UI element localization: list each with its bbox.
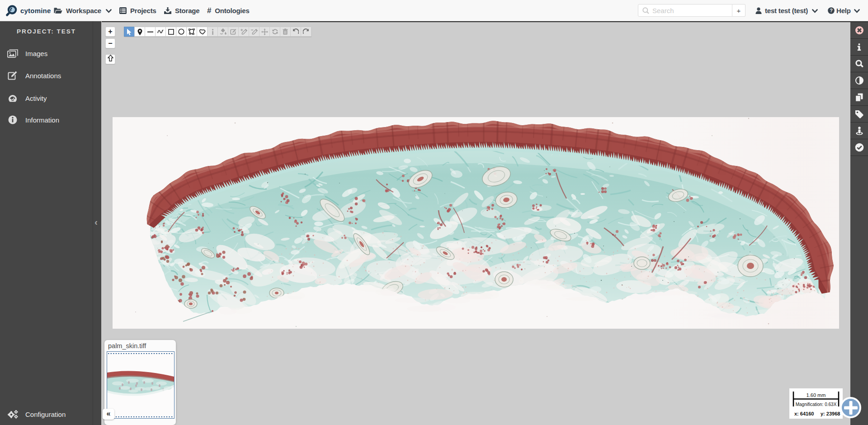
svg-text:Magnification: 0.63X: Magnification: 0.63X [796,402,837,407]
svg-text:x: 64160: x: 64160 [794,411,814,416]
svg-text:1.60 mm: 1.60 mm [807,392,826,398]
svg-text:y: 23968: y: 23968 [821,411,840,416]
svg-text:?: ? [830,8,832,13]
